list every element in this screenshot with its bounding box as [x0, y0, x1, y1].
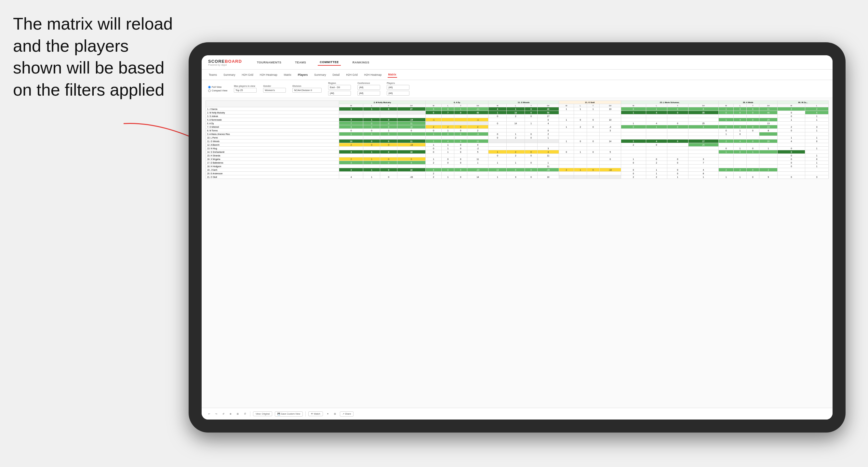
- sub-nav-h2h-heatmap2[interactable]: H2H Heatmap: [364, 72, 382, 77]
- cell: 1: [587, 107, 599, 111]
- cell: 1: [734, 129, 746, 132]
- sub-nav: Teams Summary H2H Grid H2H Heatmap Matri…: [202, 70, 833, 80]
- cell: 4: [537, 122, 559, 125]
- cell: [574, 175, 587, 179]
- gender-select[interactable]: Women's: [263, 88, 286, 93]
- player-name: 17. D Ballesteros: [206, 161, 339, 164]
- cell: 0: [454, 150, 467, 154]
- conference-all-select[interactable]: (All): [358, 91, 380, 96]
- subh: W: [559, 104, 574, 107]
- watch-btn[interactable]: 👁 Watch: [308, 411, 323, 416]
- cell: 2: [621, 175, 646, 179]
- cell: 1: [339, 132, 363, 136]
- cell: [380, 154, 397, 157]
- cell: [760, 154, 778, 157]
- cell: 0: [587, 125, 599, 129]
- cell: 0: [454, 129, 467, 132]
- compact-view-radio[interactable]: Compact View: [208, 89, 227, 92]
- cell: 0: [667, 161, 688, 164]
- cell: 4: [537, 150, 559, 154]
- table-row: 16. X Mcgaha 2100 10011 0 1003 00: [206, 157, 829, 161]
- nav-tournaments[interactable]: TOURNAMENTS: [255, 60, 283, 65]
- cell: 4: [467, 143, 489, 147]
- cell: 0: [489, 136, 507, 139]
- cell: 0: [525, 115, 537, 118]
- zoom-btn[interactable]: ⊕: [228, 412, 233, 416]
- sub-nav-h2h-grid[interactable]: H2H Grid: [241, 72, 254, 77]
- conference-select[interactable]: (All): [358, 85, 380, 90]
- cell: 1: [667, 175, 688, 179]
- sub-nav-players[interactable]: Players: [297, 72, 308, 77]
- cell: 7: [339, 122, 363, 125]
- undo-btn[interactable]: ↩: [207, 412, 211, 416]
- division-select[interactable]: NCAA Division II: [292, 88, 322, 93]
- redo-btn[interactable]: ↪: [214, 412, 219, 416]
- nav-teams[interactable]: TEAMS: [293, 60, 308, 65]
- cell: [574, 129, 587, 132]
- sub-nav-summary[interactable]: Summary: [223, 72, 236, 77]
- save-custom-btn[interactable]: 💾 Save Custom View: [275, 411, 303, 416]
- cell: [667, 147, 688, 150]
- cell: 1: [805, 164, 829, 168]
- sub-nav-h2h-grid2[interactable]: H2H Grid: [345, 72, 358, 77]
- region-select[interactable]: East - DII: [328, 85, 351, 90]
- nav-committee[interactable]: COMMITTEE: [318, 59, 341, 66]
- toolbar-icon2[interactable]: ⊞: [333, 412, 337, 416]
- cell: 1: [442, 143, 454, 147]
- cell: 1: [778, 136, 805, 139]
- cell: [646, 150, 667, 154]
- full-view-radio[interactable]: Full View: [208, 86, 227, 89]
- sub-nav-summary2[interactable]: Summary: [313, 72, 327, 77]
- cell: [537, 172, 559, 175]
- players-all-select[interactable]: (All): [387, 91, 409, 96]
- view-original-btn[interactable]: View: Original: [253, 411, 272, 416]
- cell: [805, 168, 829, 172]
- cell: [426, 154, 442, 157]
- cell: [559, 115, 574, 118]
- separator: [250, 411, 250, 416]
- sub-nav-matrix[interactable]: Matrix: [283, 72, 292, 77]
- cell: 0: [778, 154, 805, 157]
- cell: 0: [426, 150, 442, 154]
- cell: 2: [507, 154, 525, 157]
- sub-nav-teams[interactable]: Teams: [208, 72, 218, 77]
- cell: 0: [778, 115, 805, 118]
- nav-rankings[interactable]: RANKINGS: [350, 60, 371, 65]
- info-btn[interactable]: ⏱: [243, 412, 247, 416]
- cell: [559, 147, 574, 150]
- refresh-btn[interactable]: ↺: [221, 412, 226, 416]
- cell: 1: [489, 111, 507, 115]
- cell: [746, 172, 759, 175]
- cell: [587, 122, 599, 125]
- players-select[interactable]: (All): [387, 85, 409, 90]
- sub-nav-h2h-heatmap[interactable]: H2H Heatmap: [259, 72, 278, 77]
- cell: [688, 154, 718, 157]
- cell: [667, 164, 688, 168]
- cell: [559, 161, 574, 164]
- cell: 0: [454, 139, 467, 143]
- region-all-select[interactable]: (All): [328, 91, 351, 96]
- max-players-select[interactable]: Top 25: [234, 88, 257, 93]
- cell: 0: [746, 175, 759, 179]
- sub-nav-detail[interactable]: Detail: [332, 72, 340, 77]
- cell: [559, 111, 574, 115]
- cell: 1: [537, 136, 559, 139]
- cell: [574, 122, 587, 125]
- cell: 0: [778, 147, 805, 150]
- cell: [587, 129, 599, 132]
- cell: -18: [599, 168, 621, 172]
- cell: 1: [467, 161, 489, 164]
- table-row: 14. S Srichantamit 31018 0105 1204 0105 …: [206, 150, 829, 154]
- cell: 1: [805, 154, 829, 157]
- cell: [507, 143, 525, 147]
- cell: 1: [559, 107, 574, 111]
- cell: 0: [746, 129, 759, 132]
- sub-nav-matrix2[interactable]: Matrix: [388, 72, 397, 78]
- subh: Dif: [537, 104, 559, 107]
- cell: 1: [442, 129, 454, 132]
- share-btn[interactable]: ↗ Share: [340, 411, 354, 416]
- settings-btn[interactable]: ⊞: [236, 412, 240, 416]
- conference-filter: Conference (All) (All): [358, 82, 380, 96]
- toolbar-icon1[interactable]: ✦: [326, 412, 330, 416]
- cell: 0: [454, 175, 467, 179]
